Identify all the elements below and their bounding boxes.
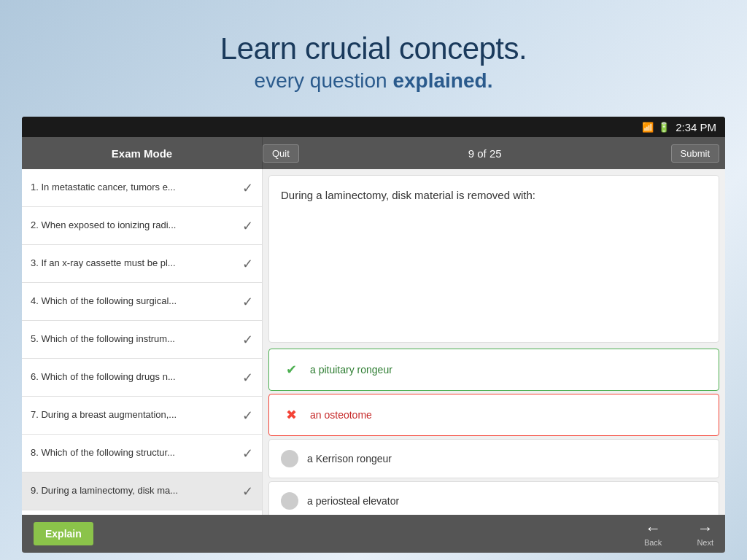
status-bar-time: 2:34 PM: [676, 121, 716, 133]
incorrect-answer-icon: ✖: [281, 405, 301, 425]
sidebar-checkmark-7: ✓: [242, 408, 253, 424]
header-title: Learn crucial concepts.: [220, 31, 527, 66]
nav-bar: Exam Mode Quit 9 of 25 Submit: [22, 137, 725, 169]
back-button[interactable]: ← Back: [644, 521, 662, 547]
answer-option-b[interactable]: ✖an osteotome: [268, 394, 719, 436]
sidebar-item-3[interactable]: 3. If an x-ray cassette must be pl...✓: [22, 245, 262, 283]
status-icons: 📶 🔋: [642, 122, 670, 133]
sidebar-item-1[interactable]: 1. In metastatic cancer, tumors e...✓: [22, 169, 262, 207]
sidebar-item-text-7: 7. During a breast augmentation,...: [31, 409, 236, 421]
device-frame: 📶 🔋 2:34 PM Exam Mode Quit 9 of 25 Submi…: [22, 117, 725, 553]
answer-text-c: a Kerrison rongeur: [307, 453, 392, 464]
question-area: During a laminectomy, disk material is r…: [268, 175, 719, 343]
main-content: 1. In metastatic cancer, tumors e...✓2. …: [22, 169, 725, 515]
sidebar-item-7[interactable]: 7. During a breast augmentation,...✓: [22, 397, 262, 435]
submit-button[interactable]: Submit: [671, 144, 719, 163]
app-container: Exam Mode Quit 9 of 25 Submit 1. In meta…: [22, 137, 725, 553]
sidebar-item-text-9: 9. During a laminectomy, disk ma...: [31, 485, 236, 497]
quit-button[interactable]: Quit: [263, 144, 299, 163]
nav-right: Submit: [671, 144, 725, 163]
sidebar-item-text-6: 6. Which of the following drugs n...: [31, 371, 236, 384]
answer-option-a[interactable]: ✔a pituitary rongeur: [268, 349, 719, 391]
nav-left: Exam Mode: [22, 137, 263, 169]
top-header: Learn crucial concepts. every question e…: [0, 0, 747, 117]
sidebar-item-6[interactable]: 6. Which of the following drugs n...✓: [22, 359, 262, 397]
sidebar-item-8[interactable]: 8. Which of the following structur...✓: [22, 435, 262, 472]
answer-option-d[interactable]: a periosteal elevator: [268, 481, 719, 515]
answer-option-c[interactable]: a Kerrison rongeur: [268, 439, 719, 478]
correct-answer-icon: ✔: [281, 359, 301, 380]
sidebar-item-4[interactable]: 4. Which of the following surgical...✓: [22, 283, 262, 321]
wifi-icon: 📶: [642, 122, 654, 133]
bottom-toolbar: Explain ← Back → Next: [22, 515, 725, 553]
battery-icon: 🔋: [658, 122, 670, 133]
sidebar-checkmark-6: ✓: [242, 370, 253, 386]
header-subtitle: every question explained.: [255, 69, 493, 93]
subtitle-plain: every question: [255, 69, 393, 92]
neutral-answer-icon: [281, 450, 298, 467]
sidebar-checkmark-3: ✓: [242, 256, 253, 272]
right-panel: During a laminectomy, disk material is r…: [263, 169, 725, 515]
answers-area: ✔a pituitary rongeur✖an osteotomea Kerri…: [263, 349, 725, 515]
sidebar-item-text-2: 2. When exposed to ionizing radi...: [31, 219, 236, 232]
sidebar-checkmark-1: ✓: [242, 180, 253, 196]
explain-button[interactable]: Explain: [34, 522, 93, 545]
answer-text-b: an osteotome: [310, 409, 372, 421]
answer-text-d: a periosteal elevator: [307, 495, 399, 507]
sidebar-item-9[interactable]: 9. During a laminectomy, disk ma...✓: [22, 472, 262, 510]
nav-center: 9 of 25: [299, 147, 671, 160]
sidebar-item-text-1: 1. In metastatic cancer, tumors e...: [31, 182, 236, 194]
subtitle-bold: explained.: [392, 69, 492, 92]
next-arrow-icon: →: [697, 521, 713, 537]
neutral-answer-icon: [281, 492, 298, 510]
sidebar-checkmark-9: ✓: [242, 483, 253, 499]
nav-arrows: ← Back → Next: [644, 521, 713, 547]
sidebar-item-2[interactable]: 2. When exposed to ionizing radi...✓: [22, 207, 262, 245]
sidebar-checkmark-2: ✓: [242, 218, 253, 234]
exam-mode-label: Exam Mode: [112, 147, 172, 160]
progress-indicator: 9 of 25: [468, 147, 502, 160]
status-bar: 📶 🔋 2:34 PM: [22, 117, 725, 137]
back-arrow-icon: ←: [645, 521, 661, 537]
answer-text-a: a pituitary rongeur: [310, 364, 392, 376]
question-text: During a laminectomy, disk material is r…: [281, 187, 707, 204]
sidebar-item-text-3: 3. If an x-ray cassette must be pl...: [31, 257, 236, 270]
back-label: Back: [644, 538, 662, 547]
sidebar-item-text-8: 8. Which of the following structur...: [31, 447, 236, 459]
sidebar-item-text-5: 5. Which of the following instrum...: [31, 333, 236, 346]
next-button[interactable]: → Next: [697, 521, 713, 547]
sidebar-item-text-4: 4. Which of the following surgical...: [31, 295, 236, 308]
sidebar: 1. In metastatic cancer, tumors e...✓2. …: [22, 169, 263, 515]
sidebar-checkmark-4: ✓: [242, 294, 253, 310]
sidebar-checkmark-5: ✓: [242, 332, 253, 348]
next-label: Next: [697, 538, 713, 547]
sidebar-checkmark-8: ✓: [242, 446, 253, 462]
sidebar-item-5[interactable]: 5. Which of the following instrum...✓: [22, 321, 262, 359]
